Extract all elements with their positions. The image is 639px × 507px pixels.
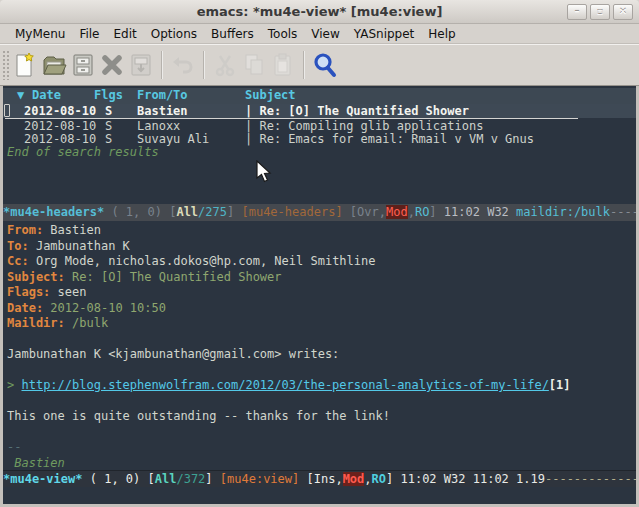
menu-tools[interactable]: Tools xyxy=(261,25,305,43)
toolbar-grip[interactable] xyxy=(2,50,10,80)
row-from: Lanoxx xyxy=(137,119,180,133)
dired-button[interactable] xyxy=(69,50,97,80)
from-label: From: xyxy=(7,223,43,237)
body-quote-line: > http://blog.stephenwolfram.com/2012/03… xyxy=(7,378,636,394)
fringe-bookmark-indicator xyxy=(4,104,10,117)
flags-label: Flags: xyxy=(7,285,50,299)
signature: Bastien xyxy=(7,456,636,472)
menu-yasnippet[interactable]: YASnippet xyxy=(347,25,422,43)
mouse-cursor xyxy=(256,160,273,184)
signature-separator: -- xyxy=(7,440,636,456)
column-date[interactable]: Date xyxy=(32,88,61,102)
toolbar-separator xyxy=(303,51,304,79)
cc-label: Cc: xyxy=(7,254,29,268)
major-mode: [mu4e:view] xyxy=(220,472,299,486)
minibuffer[interactable] xyxy=(3,488,636,504)
row-from: Bastien xyxy=(137,104,188,118)
bracket: ] xyxy=(429,205,436,219)
header-to: To: Jambunathan K xyxy=(7,239,636,255)
header-from: From: Bastien xyxy=(7,223,636,239)
copy-icon xyxy=(241,52,267,78)
flags-value: seen xyxy=(58,285,87,299)
close-buffer-icon xyxy=(99,52,125,78)
row-subject: | Re: Emacs for email: Rmail v VM v Gnus xyxy=(245,132,534,146)
open-file-icon xyxy=(41,52,67,78)
modeline-mu4e-view[interactable]: *mu4e-view* ( 1, 0) [All/372] [mu4e:view… xyxy=(3,470,636,487)
maildir-label: Maildir: xyxy=(7,316,65,330)
menu-view[interactable]: View xyxy=(304,25,346,43)
paste-icon xyxy=(270,52,296,78)
window-title: emacs: *mu4e-view* [mu4e:view] xyxy=(0,4,639,19)
major-mode: [mu4e-headers] xyxy=(241,205,342,219)
sort-arrow-icon[interactable]: ▼ xyxy=(17,88,24,102)
to-label: To: xyxy=(7,239,29,253)
toolbar-separator xyxy=(203,51,204,79)
menu-buffers[interactable]: Buffers xyxy=(204,25,261,43)
end-of-search-message: End of search results xyxy=(7,145,159,159)
menu-help[interactable]: Help xyxy=(421,25,462,43)
title-bar[interactable]: emacs: *mu4e-view* [mu4e:view] – ▫ ✕ xyxy=(0,0,639,24)
maildir-path: maildir:/bulk xyxy=(516,205,610,219)
row-date: 2012-08-10 xyxy=(24,132,96,146)
sig-separator-text: -- xyxy=(7,440,21,454)
flag-modified: Mod xyxy=(343,472,365,486)
column-from-to[interactable]: From/To xyxy=(137,88,188,102)
link-footnote-ref: [1] xyxy=(549,378,571,392)
message-row[interactable]: 2012-08-10 S Lanoxx | Re: Compiling glib… xyxy=(3,119,636,133)
comment-text: This one is quite outstanding -- thanks … xyxy=(7,409,390,423)
close-buffer-button[interactable] xyxy=(98,50,126,80)
menu-file[interactable]: File xyxy=(72,25,106,43)
toolbar-separator xyxy=(161,51,162,79)
from-value: Bastien xyxy=(50,223,101,237)
search-button[interactable] xyxy=(311,50,339,80)
subject-label: Subject: xyxy=(7,270,65,284)
flag-readonly: RO xyxy=(415,205,429,219)
row-date: 2012-08-10 xyxy=(24,104,96,118)
column-flags[interactable]: Flgs xyxy=(94,88,123,102)
save-button xyxy=(127,50,155,80)
menu-edit[interactable]: Edit xyxy=(107,25,144,43)
bracket: ] xyxy=(205,472,219,486)
comma: , xyxy=(408,205,415,219)
cursor-position: ( 1, 0) xyxy=(104,205,169,219)
quote-prefix: > xyxy=(7,378,21,392)
menu-mymenu[interactable]: MyMenu xyxy=(8,25,72,43)
maximize-button[interactable]: ▫ xyxy=(590,4,610,20)
gap xyxy=(299,472,306,486)
comma: , xyxy=(364,472,371,486)
menu-options[interactable]: Options xyxy=(144,25,204,43)
header-subject: Subject: Re: [O] The Quantified Shower xyxy=(7,270,636,286)
undo-icon xyxy=(170,52,196,78)
header-cc: Cc: Org Mode, nicholas.dokos@hp.com, Nei… xyxy=(7,254,636,270)
body-intro: Jambunathan K <kjambunathan@gmail.com> w… xyxy=(7,347,636,363)
to-value: Jambunathan K xyxy=(36,239,130,253)
row-flags: S xyxy=(105,104,112,118)
message-row-selected[interactable]: 2012-08-10 S Bastien | Re: [O] The Quant… xyxy=(3,104,636,118)
modeline-mu4e-headers[interactable]: *mu4e-headers* ( 1, 0) [All/275] [mu4e-h… xyxy=(3,204,636,221)
header-date: Date: 2012-08-10 10:50 xyxy=(7,301,636,317)
clock: 11:02 W32 xyxy=(437,205,516,219)
header-maildir: Maildir: /bulk xyxy=(7,316,636,332)
headers-column-row: ▼ Date Flgs From/To Subject xyxy=(3,88,636,104)
flag-modified: Mod xyxy=(386,205,408,219)
body-comment: This one is quite outstanding -- thanks … xyxy=(7,409,636,425)
row-subject: | Re: Compiling glib applications xyxy=(245,119,483,133)
modeline-dashes: ---------- xyxy=(610,205,636,219)
cc-value: Org Mode, nicholas.dokos@hp.com, Neil Sm… xyxy=(36,254,376,268)
open-file-button[interactable] xyxy=(40,50,68,80)
save-icon xyxy=(129,52,153,78)
modeline-dashes: ---------------- xyxy=(545,472,636,486)
flag-ovr: [Ovr, xyxy=(350,205,386,219)
close-button[interactable]: ✕ xyxy=(613,4,633,20)
cursor-position: ( 1, 0) xyxy=(82,472,147,486)
intro-text: Jambunathan K <kjambunathan@gmail.com> w… xyxy=(7,347,339,361)
minimize-button[interactable]: – xyxy=(567,4,587,20)
article-link[interactable]: http://blog.stephenwolfram.com/2012/03/t… xyxy=(21,378,548,392)
row-from: Suvayu Ali xyxy=(137,132,209,146)
column-subject[interactable]: Subject xyxy=(245,88,296,102)
subject-value: Re: [O] The Quantified Shower xyxy=(72,270,282,284)
signature-text: Bastien xyxy=(7,456,65,470)
new-file-button[interactable] xyxy=(11,50,39,80)
tool-bar xyxy=(0,44,639,86)
message-row[interactable]: 2012-08-10 S Suvayu Ali | Re: Emacs for … xyxy=(3,132,636,146)
